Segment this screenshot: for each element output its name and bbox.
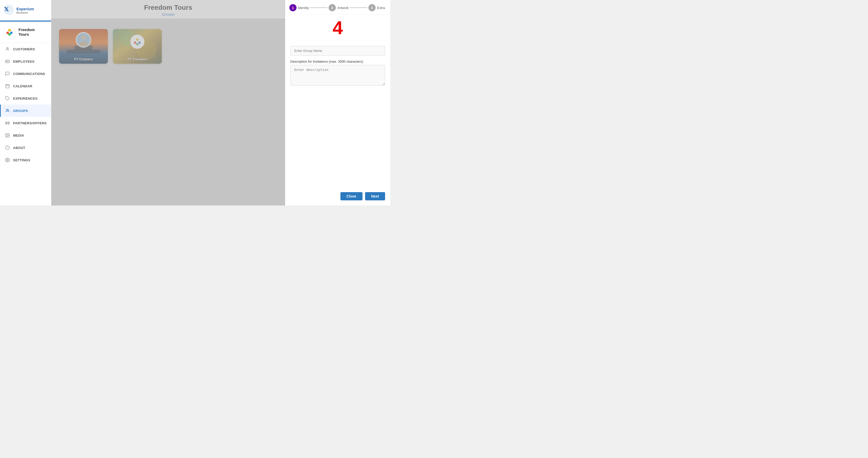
main-content: Freedom Tours Groups — [51, 0, 285, 205]
sidebar-item-settings[interactable]: SETTINGS — [0, 154, 51, 166]
nav-label-groups: GROUPS — [13, 109, 28, 113]
gear-icon — [5, 158, 10, 163]
nav-menu: CUSTOMERS EMPLOYEES COMMUNICATIONS CALEN… — [0, 43, 51, 166]
step-connector-2-3 — [350, 7, 367, 8]
nav-label-calendar: CALENDAR — [13, 84, 32, 88]
svg-rect-11 — [6, 85, 9, 88]
svg-point-17 — [8, 109, 9, 111]
svg-point-16 — [6, 109, 8, 111]
calendar-icon — [5, 84, 10, 89]
step-label-1: Identity — [298, 6, 309, 10]
step-circle-3: 3 — [368, 4, 376, 11]
next-button[interactable]: Next — [365, 192, 385, 200]
step-circle-2: 2 — [329, 4, 336, 11]
description-field-container: Description for Invitations (max. 3000 c… — [290, 60, 385, 87]
sidebar: 𝕏 Experium Business Freedom Tours — [0, 0, 51, 205]
svg-point-7 — [9, 31, 10, 33]
step-label-3: Extra — [377, 6, 385, 10]
svg-text:𝕏: 𝕏 — [4, 6, 9, 12]
step-number-display: 4 — [285, 15, 390, 44]
panel-body: Description for Invitations (max. 3000 c… — [285, 44, 390, 190]
wizard-step-1: 1 Identity — [289, 4, 309, 11]
svg-point-6 — [8, 33, 11, 36]
step-circle-1: 1 — [289, 4, 297, 11]
sidebar-item-groups[interactable]: GROUPS — [0, 105, 51, 117]
app-sub: Business — [17, 11, 34, 14]
app-name: Experium — [17, 7, 34, 11]
wizard-step-3: 3 Extra — [368, 4, 386, 11]
description-textarea[interactable] — [290, 65, 385, 86]
sidebar-item-about[interactable]: ABOUT — [0, 142, 51, 154]
step-label-2: Artwork — [337, 6, 349, 10]
nav-label-experiences: EXPERIENCES — [13, 96, 37, 101]
handshake-icon — [5, 120, 10, 125]
info-icon — [5, 145, 10, 150]
tag-icon — [5, 96, 10, 101]
right-panel: 1 Identity 2 Artwork 3 Extra 4 Descripti… — [285, 0, 390, 205]
wizard-step-2: 2 Artwork — [329, 4, 349, 11]
nav-label-employees: EMPLOYEES — [13, 60, 34, 63]
svg-point-25 — [7, 160, 8, 161]
groups-icon — [5, 108, 10, 113]
svg-point-21 — [6, 134, 7, 135]
nav-label-communications: COMMUNICATIONS — [13, 72, 45, 76]
svg-rect-18 — [6, 122, 6, 124]
close-button[interactable]: Close — [340, 192, 363, 200]
overlay — [51, 0, 285, 205]
sidebar-item-media[interactable]: MEDIA — [0, 129, 51, 142]
image-icon — [5, 133, 10, 138]
nav-label-about: ABOUT — [13, 146, 25, 150]
svg-point-8 — [7, 47, 8, 49]
sidebar-item-communications[interactable]: COMMUNICATIONS — [0, 67, 51, 80]
svg-point-10 — [6, 61, 7, 62]
nav-label-customers: CUSTOMERS — [13, 47, 35, 51]
person-icon — [5, 47, 10, 52]
company-name-line2: Tours — [19, 32, 29, 36]
company-name-line1: Freedom — [19, 27, 35, 32]
sidebar-item-employees[interactable]: EMPLOYEES — [0, 55, 51, 67]
app-logo: 𝕏 Experium Business — [0, 0, 51, 22]
step-connector-1-2 — [310, 7, 328, 8]
sidebar-item-experiences[interactable]: EXPERIENCES — [0, 92, 51, 105]
sidebar-item-partners[interactable]: PARTNERS/OFFERS — [0, 117, 51, 129]
sidebar-item-calendar[interactable]: CALENDAR — [0, 80, 51, 92]
company-header: Freedom Tours — [0, 22, 51, 43]
nav-label-partners: PARTNERS/OFFERS — [13, 121, 47, 125]
company-icon — [3, 26, 16, 38]
sidebar-item-customers[interactable]: CUSTOMERS — [0, 43, 51, 55]
svg-rect-19 — [9, 122, 9, 124]
wizard-steps: 1 Identity 2 Artwork 3 Extra — [285, 0, 390, 15]
logo-icon: 𝕏 — [3, 4, 14, 17]
group-name-field-container — [290, 46, 385, 56]
nav-label-settings: SETTINGS — [13, 158, 30, 162]
id-card-icon — [5, 59, 10, 64]
chat-icon — [5, 71, 10, 76]
panel-actions: Close Next — [285, 190, 390, 205]
description-label: Description for Invitations (max. 3000 c… — [290, 60, 385, 63]
nav-label-media: MEDIA — [13, 134, 24, 137]
group-name-input[interactable] — [290, 46, 385, 56]
